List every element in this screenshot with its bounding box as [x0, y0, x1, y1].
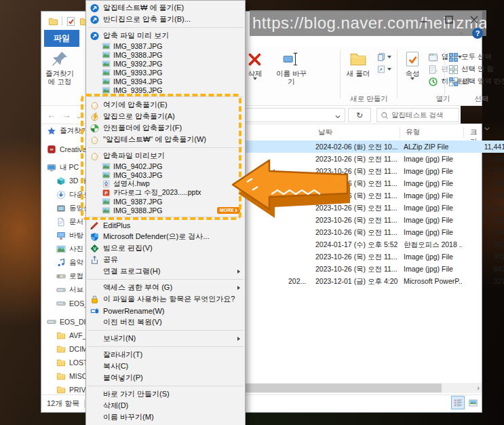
cell-size: 11,441KB — [448, 143, 504, 151]
easy-access-icon — [376, 64, 386, 74]
folder-icon[interactable] — [48, 16, 58, 26]
select-none-button[interactable]: 선택 안 함 — [448, 63, 504, 75]
menu-item-label: IMG_9392.JPG — [113, 60, 162, 68]
properties-menu-icon[interactable] — [410, 77, 414, 80]
table-row[interactable]: 2023-10-26 (목) 오전 11...Image (jpg) File9… — [245, 251, 504, 263]
menu-item[interactable]: 바로 가기 만들기(S) — [86, 388, 245, 400]
refresh-icon: ↻ — [356, 111, 363, 120]
cell-size: 969KB — [448, 228, 504, 236]
menu-item[interactable]: 이 파일을 사용하는 항목은 무엇인가요? — [86, 293, 245, 305]
menu-item[interactable]: IMG_9393.JPG — [86, 68, 245, 77]
none-icon — [90, 318, 100, 327]
minimize-ribbon-icon[interactable]: ^ — [460, 31, 463, 38]
new-folder-button[interactable]: 새 폴더 — [343, 48, 374, 77]
thumbnail-view-button[interactable] — [466, 396, 480, 409]
highlight-annotation — [81, 94, 241, 220]
svg-text:V: V — [93, 246, 96, 251]
menu-item[interactable]: PowerRename(W) — [86, 305, 245, 316]
pin-label: 즐겨찾기에 고정 — [44, 69, 75, 86]
menu-item[interactable]: EditPlus — [86, 219, 245, 231]
menu-item[interactable]: 공유 — [86, 254, 245, 265]
lock-icon — [90, 295, 100, 304]
column-header-date[interactable]: 날짜 — [318, 128, 332, 137]
properties-check-icon[interactable] — [66, 16, 76, 26]
menu-item[interactable]: 삭제(D) — [86, 400, 245, 411]
menu-item[interactable]: 이름 바꾸기(M) — [86, 411, 245, 423]
help-button[interactable]: ? — [472, 28, 483, 39]
open-icon — [428, 52, 438, 62]
table-row[interactable]: 2024-01-17 (수) 오후 5:52한컴오피스 2018 ...932K… — [245, 238, 504, 251]
menu-item[interactable]: 붙여넣기(P) — [86, 372, 245, 384]
download-icon — [56, 190, 66, 200]
menu-item[interactable]: 액세스 권한 부여 (G) — [86, 282, 245, 293]
menu-separator — [88, 27, 244, 28]
table-row[interactable]: 2024-02-06 (화) 오전 10...ALZip ZIP File11,… — [245, 141, 504, 153]
tab-file[interactable]: 파일 — [44, 30, 79, 47]
menu-item[interactable]: IMG_9387.JPG — [86, 41, 245, 50]
menu-item[interactable]: IMG_9392.JPG — [86, 59, 245, 68]
table-row[interactable]: 2023-10-26 (목) 오전 11...Image (jpg) File9… — [245, 226, 504, 238]
cell-name: 202... — [288, 277, 313, 285]
properties-button[interactable]: 속성 — [400, 48, 425, 80]
refresh-button[interactable]: ↻ — [348, 108, 371, 122]
history-icon — [428, 77, 438, 87]
cell-date: 2024-02-06 (화) 오전 10... — [315, 143, 401, 152]
address-dropdown-icon[interactable] — [334, 111, 342, 119]
desktop-icon — [56, 231, 66, 240]
menu-item-label: IMG_9395.JPG — [113, 86, 162, 94]
menu-item[interactable]: 복사(C) — [86, 361, 245, 372]
delete-menu-icon[interactable] — [253, 77, 257, 80]
scrollbar-thumb[interactable] — [245, 384, 442, 392]
table-row[interactable]: 202...2023-12-01 (금) 오후 4:20Microsoft Po… — [245, 275, 504, 287]
invert-selection-button[interactable]: 선택 영역 반전 — [448, 75, 504, 88]
invert-selection-label: 선택 영역 반전 — [461, 77, 504, 86]
rename-button[interactable]: 이름 바꾸기 — [273, 48, 309, 86]
new-item-button[interactable] — [376, 52, 391, 62]
properties-label: 속성 — [406, 69, 420, 77]
menu-item-label: 복사(C) — [103, 361, 128, 371]
bandizip-icon — [90, 31, 100, 41]
menu-item[interactable]: Microsoft Defender(으)로 검사... — [86, 231, 245, 242]
menu-item[interactable]: 연결 프로그램(H) — [86, 265, 245, 277]
arrow-annotation — [227, 155, 350, 221]
maximize-button[interactable] — [443, 14, 455, 26]
column-header-type[interactable]: 유형 — [406, 128, 420, 137]
menu-item[interactable]: IMG_9388.JPG — [86, 50, 245, 59]
scroll-right-icon[interactable]: › — [477, 384, 480, 392]
new-item-menu-icon — [387, 56, 391, 58]
menu-item[interactable]: 이전 버전 복원(V) — [86, 316, 245, 328]
search-input[interactable]: 알집테스트 검색 — [376, 108, 459, 122]
menu-item[interactable]: 보내기(N) — [86, 333, 245, 344]
minimize-button[interactable] — [418, 14, 430, 26]
menu-item[interactable]: 압축 파일 미리 보기 — [86, 30, 245, 41]
select-all-button[interactable]: 모두 선택 — [448, 51, 504, 63]
back-icon[interactable]: ← — [47, 109, 56, 120]
menu-item-label: 액세스 권한 부여 (G) — [103, 282, 172, 293]
close-button[interactable] — [468, 14, 480, 26]
details-view-button[interactable] — [451, 396, 465, 409]
table-row[interactable]: 2023-10-26 (목) 오전 11...Image (jpg) File8… — [245, 263, 504, 275]
menu-item[interactable]: 잘라내기(T) — [86, 349, 245, 361]
menu-item[interactable]: V빔으로 편집(V) — [86, 242, 245, 254]
menu-item[interactable]: 알집테스트₩ 에 풀기(E) — [86, 2, 245, 14]
new-folder-label: 새 폴더 — [347, 69, 370, 77]
rename-icon — [282, 50, 300, 68]
none-icon — [90, 401, 100, 411]
edit-icon — [428, 64, 438, 75]
menu-item[interactable]: 반디집으로 압축 풀기(B)... — [86, 14, 245, 25]
easy-access-button[interactable] — [376, 64, 391, 74]
disk-icon — [56, 285, 66, 295]
cell-size: 1,049KB — [448, 191, 504, 200]
sidebar-item-label: 문서 — [69, 217, 83, 227]
rename-label: 이름 바꾸기 — [273, 69, 309, 86]
menu-item[interactable]: IMG_9394.JPG — [86, 77, 245, 86]
divider — [444, 50, 445, 98]
share-icon — [90, 255, 100, 265]
desktop-gap — [461, 106, 482, 124]
forward-icon[interactable]: → — [62, 109, 71, 120]
menu-item-label: 이 파일을 사용하는 항목은 무엇인가요? — [103, 294, 235, 304]
horizontal-scrollbar[interactable]: › — [245, 383, 482, 393]
cell-size: 988KB — [448, 216, 504, 224]
diskwin-icon — [56, 272, 66, 281]
pin-to-quickaccess-button[interactable]: 즐겨찾기에 고정 — [44, 48, 75, 86]
